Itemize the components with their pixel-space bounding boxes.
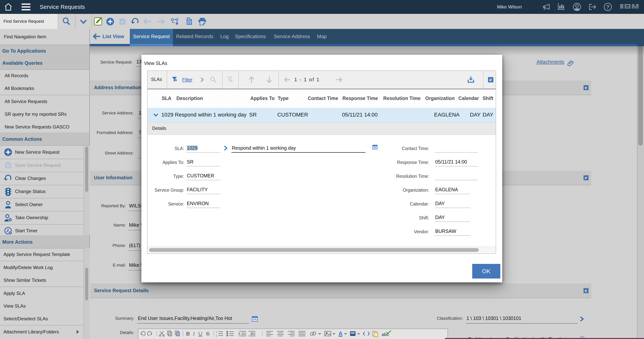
svg-text:I: I — [193, 331, 195, 337]
svg-text:abc: abc — [382, 332, 389, 337]
svg-text:?: ? — [606, 4, 610, 10]
svg-text:A: A — [338, 330, 342, 336]
svg-text:1: 1 — [216, 330, 217, 334]
svg-text:2: 2 — [216, 334, 217, 337]
svg-text:S: S — [206, 331, 210, 337]
svg-text:B: B — [186, 331, 190, 337]
svg-text:U: U — [198, 331, 202, 337]
